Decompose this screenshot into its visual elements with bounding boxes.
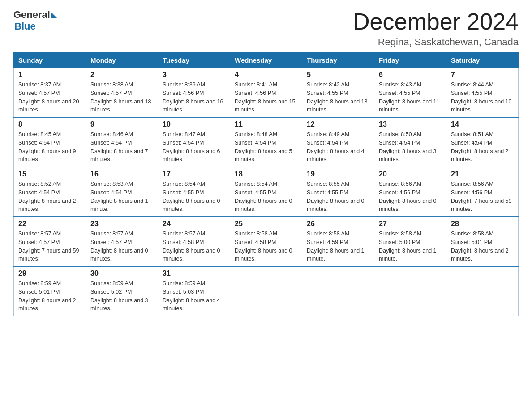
day-info: Sunrise: 8:48 AMSunset: 4:54 PMDaylight:… bbox=[235, 130, 297, 164]
day-number: 27 bbox=[379, 220, 442, 228]
col-thursday: Thursday bbox=[302, 53, 374, 68]
day-info: Sunrise: 8:41 AMSunset: 4:56 PMDaylight:… bbox=[235, 81, 297, 114]
day-number: 10 bbox=[163, 120, 225, 128]
day-number: 15 bbox=[18, 170, 81, 178]
calendar-day: 3Sunrise: 8:39 AMSunset: 4:56 PMDaylight… bbox=[158, 68, 230, 118]
calendar-day: 7Sunrise: 8:44 AMSunset: 4:55 PMDaylight… bbox=[446, 68, 519, 118]
day-number: 25 bbox=[235, 220, 297, 228]
day-info: Sunrise: 8:45 AMSunset: 4:54 PMDaylight:… bbox=[18, 130, 81, 164]
day-info: Sunrise: 8:51 AMSunset: 4:54 PMDaylight:… bbox=[451, 130, 514, 164]
day-info: Sunrise: 8:59 AMSunset: 5:03 PMDaylight:… bbox=[163, 279, 225, 313]
calendar-week-1: 1Sunrise: 8:37 AMSunset: 4:57 PMDaylight… bbox=[14, 68, 519, 118]
calendar-week-5: 29Sunrise: 8:59 AMSunset: 5:01 PMDayligh… bbox=[14, 266, 519, 316]
day-info: Sunrise: 8:44 AMSunset: 4:55 PMDaylight:… bbox=[451, 81, 514, 114]
calendar-day: 17Sunrise: 8:54 AMSunset: 4:55 PMDayligh… bbox=[158, 167, 230, 217]
calendar-day: 8Sunrise: 8:45 AMSunset: 4:54 PMDaylight… bbox=[14, 117, 86, 167]
day-number: 20 bbox=[379, 170, 442, 178]
day-info: Sunrise: 8:57 AMSunset: 4:57 PMDaylight:… bbox=[90, 230, 153, 263]
day-number: 31 bbox=[163, 270, 225, 278]
day-number: 4 bbox=[235, 71, 297, 79]
day-number: 17 bbox=[163, 170, 225, 178]
col-sunday: Sunday bbox=[14, 53, 86, 68]
day-info: Sunrise: 8:39 AMSunset: 4:56 PMDaylight:… bbox=[163, 81, 225, 114]
day-number: 8 bbox=[18, 120, 81, 128]
logo-blue-text: Blue bbox=[14, 21, 36, 32]
day-number: 9 bbox=[90, 120, 153, 128]
calendar-week-2: 8Sunrise: 8:45 AMSunset: 4:54 PMDaylight… bbox=[14, 117, 519, 167]
day-info: Sunrise: 8:55 AMSunset: 4:55 PMDaylight:… bbox=[307, 180, 369, 214]
day-number: 21 bbox=[451, 170, 514, 178]
location-text: Regina, Saskatchewan, Canada bbox=[353, 36, 519, 48]
calendar-day: 20Sunrise: 8:56 AMSunset: 4:56 PMDayligh… bbox=[374, 167, 446, 217]
day-info: Sunrise: 8:52 AMSunset: 4:54 PMDaylight:… bbox=[18, 180, 81, 214]
day-info: Sunrise: 8:56 AMSunset: 4:56 PMDaylight:… bbox=[451, 180, 514, 214]
calendar-day: 13Sunrise: 8:50 AMSunset: 4:54 PMDayligh… bbox=[374, 117, 446, 167]
day-info: Sunrise: 8:37 AMSunset: 4:57 PMDaylight:… bbox=[18, 81, 81, 114]
calendar-day bbox=[374, 266, 446, 316]
day-info: Sunrise: 8:58 AMSunset: 4:58 PMDaylight:… bbox=[235, 230, 297, 263]
day-info: Sunrise: 8:46 AMSunset: 4:54 PMDaylight:… bbox=[90, 130, 153, 164]
day-info: Sunrise: 8:54 AMSunset: 4:55 PMDaylight:… bbox=[163, 180, 225, 214]
logo: General Blue bbox=[13, 9, 57, 32]
calendar-table: Sunday Monday Tuesday Wednesday Thursday… bbox=[13, 52, 519, 316]
calendar-day: 21Sunrise: 8:56 AMSunset: 4:56 PMDayligh… bbox=[446, 167, 519, 217]
month-title: December 2024 bbox=[353, 9, 519, 34]
calendar-week-4: 22Sunrise: 8:57 AMSunset: 4:57 PMDayligh… bbox=[14, 217, 519, 266]
calendar-day bbox=[302, 266, 374, 316]
header-row: Sunday Monday Tuesday Wednesday Thursday… bbox=[14, 53, 519, 68]
calendar-day: 16Sunrise: 8:53 AMSunset: 4:54 PMDayligh… bbox=[86, 167, 158, 217]
day-number: 28 bbox=[451, 220, 514, 228]
day-info: Sunrise: 8:58 AMSunset: 5:00 PMDaylight:… bbox=[379, 230, 442, 263]
calendar-day: 23Sunrise: 8:57 AMSunset: 4:57 PMDayligh… bbox=[86, 217, 158, 266]
day-number: 24 bbox=[163, 220, 225, 228]
logo-arrow-icon bbox=[51, 12, 57, 18]
col-monday: Monday bbox=[86, 53, 158, 68]
calendar-day bbox=[446, 266, 519, 316]
day-number: 16 bbox=[90, 170, 153, 178]
col-wednesday: Wednesday bbox=[230, 53, 302, 68]
calendar-day: 22Sunrise: 8:57 AMSunset: 4:57 PMDayligh… bbox=[14, 217, 86, 266]
day-number: 13 bbox=[379, 120, 442, 128]
day-number: 18 bbox=[235, 170, 297, 178]
day-number: 14 bbox=[451, 120, 514, 128]
day-number: 1 bbox=[18, 71, 81, 79]
day-info: Sunrise: 8:57 AMSunset: 4:57 PMDaylight:… bbox=[18, 230, 81, 263]
calendar-day: 15Sunrise: 8:52 AMSunset: 4:54 PMDayligh… bbox=[14, 167, 86, 217]
day-number: 26 bbox=[307, 220, 369, 228]
calendar-day: 5Sunrise: 8:42 AMSunset: 4:55 PMDaylight… bbox=[302, 68, 374, 118]
calendar-day: 24Sunrise: 8:57 AMSunset: 4:58 PMDayligh… bbox=[158, 217, 230, 266]
calendar-day: 31Sunrise: 8:59 AMSunset: 5:03 PMDayligh… bbox=[158, 266, 230, 316]
day-info: Sunrise: 8:58 AMSunset: 5:01 PMDaylight:… bbox=[451, 230, 514, 263]
calendar-day: 30Sunrise: 8:59 AMSunset: 5:02 PMDayligh… bbox=[86, 266, 158, 316]
day-number: 12 bbox=[307, 120, 369, 128]
day-number: 5 bbox=[307, 71, 369, 79]
logo-general-text: General bbox=[13, 9, 50, 21]
day-number: 6 bbox=[379, 71, 442, 79]
calendar-day: 28Sunrise: 8:58 AMSunset: 5:01 PMDayligh… bbox=[446, 217, 519, 266]
calendar-day: 10Sunrise: 8:47 AMSunset: 4:54 PMDayligh… bbox=[158, 117, 230, 167]
calendar-day: 19Sunrise: 8:55 AMSunset: 4:55 PMDayligh… bbox=[302, 167, 374, 217]
day-info: Sunrise: 8:47 AMSunset: 4:54 PMDaylight:… bbox=[163, 130, 225, 164]
calendar-day: 4Sunrise: 8:41 AMSunset: 4:56 PMDaylight… bbox=[230, 68, 302, 118]
page-header: General Blue December 2024 Regina, Saska… bbox=[13, 9, 519, 48]
calendar-week-3: 15Sunrise: 8:52 AMSunset: 4:54 PMDayligh… bbox=[14, 167, 519, 217]
calendar-day: 2Sunrise: 8:38 AMSunset: 4:57 PMDaylight… bbox=[86, 68, 158, 118]
day-info: Sunrise: 8:42 AMSunset: 4:55 PMDaylight:… bbox=[307, 81, 369, 114]
day-info: Sunrise: 8:38 AMSunset: 4:57 PMDaylight:… bbox=[90, 81, 153, 114]
day-number: 22 bbox=[18, 220, 81, 228]
day-info: Sunrise: 8:59 AMSunset: 5:02 PMDaylight:… bbox=[90, 279, 153, 313]
calendar-day: 27Sunrise: 8:58 AMSunset: 5:00 PMDayligh… bbox=[374, 217, 446, 266]
day-number: 23 bbox=[90, 220, 153, 228]
day-info: Sunrise: 8:56 AMSunset: 4:56 PMDaylight:… bbox=[379, 180, 442, 214]
calendar-day: 14Sunrise: 8:51 AMSunset: 4:54 PMDayligh… bbox=[446, 117, 519, 167]
day-info: Sunrise: 8:53 AMSunset: 4:54 PMDaylight:… bbox=[90, 180, 153, 214]
calendar-day: 9Sunrise: 8:46 AMSunset: 4:54 PMDaylight… bbox=[86, 117, 158, 167]
calendar-day: 6Sunrise: 8:43 AMSunset: 4:55 PMDaylight… bbox=[374, 68, 446, 118]
day-number: 30 bbox=[90, 270, 153, 278]
calendar-day: 11Sunrise: 8:48 AMSunset: 4:54 PMDayligh… bbox=[230, 117, 302, 167]
title-block: December 2024 Regina, Saskatchewan, Cana… bbox=[353, 9, 519, 48]
calendar-day: 26Sunrise: 8:58 AMSunset: 4:59 PMDayligh… bbox=[302, 217, 374, 266]
calendar-day: 12Sunrise: 8:49 AMSunset: 4:54 PMDayligh… bbox=[302, 117, 374, 167]
day-number: 2 bbox=[90, 71, 153, 79]
calendar-day: 29Sunrise: 8:59 AMSunset: 5:01 PMDayligh… bbox=[14, 266, 86, 316]
